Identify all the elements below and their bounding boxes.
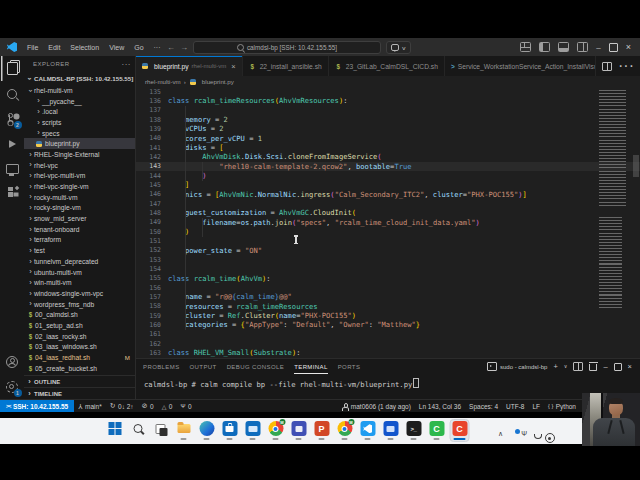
code-line-148[interactable]: 148 guest_customization = AhvVmGC.CloudI… [135,208,640,217]
explorer-more-actions-icon[interactable]: ··· [122,60,132,69]
taskbar-camtasia[interactable]: C [427,419,447,442]
code-line-156[interactable]: 156 [135,283,640,292]
status-warnings[interactable]: △0 [158,400,177,412]
menu-file[interactable]: File [22,38,43,56]
editor-scrollbar[interactable] [633,155,639,177]
close-button[interactable]: × [626,42,631,52]
tree-item-specs[interactable]: ›specs [24,128,135,139]
activitybar-remote-explorer[interactable] [1,156,24,181]
code-line-155[interactable]: 155class rcalm_time(AhvVm): [135,274,640,283]
breadcrumb[interactable]: rhel-multi-vm › blueprint.py [135,76,640,87]
menu-view[interactable]: View [104,38,129,56]
tree-item-rocky-multi-vm[interactable]: ›rocky-multi-vm [24,192,135,203]
tree-item-wordpress_fms_ndb[interactable]: ›wordpress_fms_ndb [24,299,135,310]
code-line-157[interactable]: 157 name = "r@@{calm_time}@@" [135,292,640,301]
status-forwarded-ports[interactable]: Ψ0 [176,400,195,412]
toggle-panel-icon[interactable] [558,42,569,52]
terminal-dropdown-icon[interactable]: ∨ [564,364,568,369]
outline-section[interactable]: › OUTLINE [24,375,135,387]
minimap[interactable] [599,90,631,318]
code-line-143[interactable]: 143 "rhel10-calm-template-2.qcow2", boot… [135,162,640,171]
toggle-sidebar-icon[interactable] [539,42,550,52]
code-line-137[interactable]: 137 [135,106,640,115]
tree-item-ubuntu-multi-vm[interactable]: ›ubuntu-multi-vm [24,267,135,278]
taskbar-file-explorer[interactable] [174,419,194,442]
taskbar-teams[interactable] [289,419,309,442]
status-git-blame[interactable]: mat0606 (1 day ago) [338,400,414,412]
code-line-145[interactable]: 145 ] [135,180,640,189]
activitybar-run-and-debug[interactable] [1,131,24,156]
menu-edit[interactable]: Edit [43,38,65,56]
code-line-163[interactable]: 163class RHEL_VM_Small(Substrate): [135,348,640,357]
close-panel-icon[interactable]: × [628,363,632,371]
activitybar-explorer[interactable] [1,56,24,81]
status-git-sync[interactable]: ↻0↓ 2↑ [106,400,138,412]
tree-item-windows-single-vm-vpc[interactable]: ›windows-single-vm-vpc [24,288,135,299]
code-line-135[interactable]: 135 [135,87,640,96]
code-line-144[interactable]: 144 ) [135,171,640,180]
tab-23_GitLab_CalmDSL_CICD.sh[interactable]: $23_GitLab_CalmDSL_CICD.sh [329,56,445,76]
code-line-140[interactable]: 140 cores_per_vCPU = 1 [135,134,640,143]
taskbar-search[interactable] [128,419,148,442]
tree-item-RHEL-Single-External[interactable]: ›RHEL-Single-External [24,149,135,160]
copilot-button[interactable]: ∨ [386,41,411,54]
code-line-158[interactable]: 158 resources = rcalm_timeResources [135,302,640,311]
code-line-161[interactable]: 161 [135,330,640,339]
code-line-153[interactable]: 153 [135,255,640,264]
code-line-162[interactable]: 162 [135,339,640,348]
command-center-search[interactable]: calmdsl-bp [SSH: 10.42.155.55] [193,41,381,54]
tree-item-04_iaas_redhat.sh[interactable]: $04_iaas_redhat.shM [24,352,135,363]
code-line-136[interactable]: 136class rcalm_timeResources(AhvVmResour… [135,96,640,105]
status-remote-indicator[interactable]: ><SSH: 10.42.155.55 [0,400,74,412]
tree-item-snow_mid_server[interactable]: ›snow_mid_server [24,213,135,224]
taskbar-chrome[interactable]: M [266,419,286,442]
tray-tray-chevron[interactable]: ∧ [498,422,503,440]
terminal-instance-chip[interactable]: sudo - calmdsl-bp [487,362,547,371]
code-line-159[interactable]: 159 cluster = Ref.Cluster(name="PHX-POC1… [135,311,640,320]
taskbar-outlook-classic[interactable] [381,419,401,442]
tree-item-win-multi-vm[interactable]: ›win-multi-vm [24,277,135,288]
tree-item-03_iaas_windows.sh[interactable]: $03_iaas_windows.sh [24,342,135,353]
activitybar-source-control[interactable]: 2 [1,106,24,131]
code-line-149[interactable]: 149 filename=os.path.join("specs", "rcal… [135,218,640,227]
taskbar-start[interactable] [105,419,125,442]
split-terminal-icon[interactable] [573,362,583,371]
code-line-138[interactable]: 138 memory = 2 [135,115,640,124]
tree-item-02_iaas_rocky.sh[interactable]: $02_iaas_rocky.sh [24,331,135,342]
tree-item-rhel-vpc-single-vm[interactable]: ›rhel-vpc-single-vm [24,181,135,192]
taskbar-chrome-profile-2[interactable]: M [335,419,355,442]
tree-item-blueprint.py[interactable]: blueprint.py [24,138,135,149]
tree-item-terraform[interactable]: ›terraform [24,235,135,246]
activitybar-extensions[interactable] [1,181,24,206]
nav-forward-icon[interactable]: → [180,43,188,52]
panel-tab-problems[interactable]: PROBLEMS [143,359,180,374]
toggle-secondary-sidebar-icon[interactable] [577,42,588,52]
code-editor[interactable]: 135136class rcalm_timeResources(AhvVmRes… [135,87,640,358]
code-line-141[interactable]: 141 disks = [ [135,143,640,152]
tree-item-01_setup_ad.sh[interactable]: $01_setup_ad.sh [24,320,135,331]
tray-device[interactable]: Ψ [521,422,527,440]
activitybar-accounts[interactable] [1,349,24,374]
more-actions-icon[interactable]: ··· [618,57,634,75]
tree-item-.local[interactable]: ›.local [24,106,135,117]
taskbar-camtasia-recorder[interactable]: C [450,419,470,442]
code-line-150[interactable]: 150 ) [135,227,640,236]
terminal-content[interactable]: calmdsl-bp # calm compile bp --file rhel… [135,374,640,389]
tree-item-05_create_bucket.sh[interactable]: $05_create_bucket.sh [24,363,135,374]
timeline-section[interactable]: › TIMELINE [24,387,135,399]
activitybar-search[interactable] [1,81,24,106]
new-terminal-icon[interactable]: + [553,363,557,371]
tree-item-tenant-onboard[interactable]: ›tenant-onboard [24,224,135,235]
tree-item-test[interactable]: ›test [24,245,135,256]
status-encoding[interactable]: UTF-8 [502,400,528,412]
code-line-146[interactable]: 146 nics = [AhvVmNic.NormalNic.ingress("… [135,190,640,199]
status-errors[interactable]: ⊘0 [138,400,158,412]
minimize-button[interactable]: – [596,43,600,52]
tree-item-00_calmdsl.sh[interactable]: $00_calmdsl.sh [24,309,135,320]
code-line-139[interactable]: 139 vCPUs = 2 [135,124,640,133]
menu-go[interactable]: Go [129,38,148,56]
tree-item-tunnelvm_deprecated[interactable]: ›tunnelvm_deprecated [24,256,135,267]
code-line-147[interactable]: 147 [135,199,640,208]
taskbar-powerpoint[interactable]: P [312,419,332,442]
close-icon[interactable]: × [231,62,235,71]
